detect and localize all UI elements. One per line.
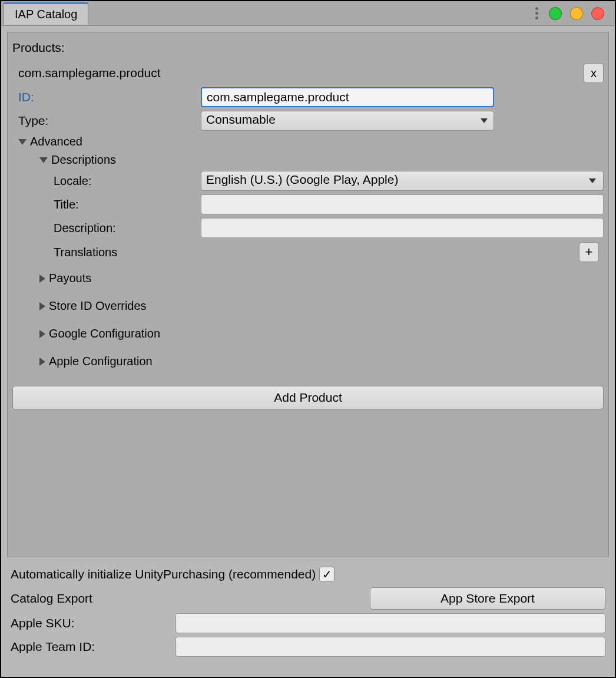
foldout-arrow-icon <box>39 274 45 283</box>
window-minimize-button[interactable] <box>549 7 562 20</box>
check-icon: ✓ <box>322 567 332 581</box>
remove-product-button[interactable]: x <box>584 63 604 83</box>
store-overrides-foldout[interactable]: Store ID Overrides <box>12 292 604 320</box>
window-close-button[interactable] <box>591 7 604 20</box>
description-input[interactable] <box>201 218 604 238</box>
title-row: Title: <box>12 193 604 216</box>
description-label: Description: <box>54 221 201 235</box>
type-label: Type: <box>18 114 201 128</box>
foldout-arrow-icon <box>39 330 45 338</box>
footer-panel: Automatically initialize UnityPurchasing… <box>7 557 609 661</box>
auto-init-row: Automatically initialize UnityPurchasing… <box>11 563 605 586</box>
google-config-foldout[interactable]: Google Configuration <box>12 320 604 348</box>
id-label: ID: <box>18 90 201 104</box>
title-bar: IAP Catalog <box>1 1 615 26</box>
product-row: com.samplegame.product x <box>12 61 604 85</box>
title-input[interactable] <box>201 194 604 214</box>
auto-init-label: Automatically initialize UnityPurchasing… <box>11 567 316 581</box>
payouts-foldout[interactable]: Payouts <box>12 264 604 292</box>
foldout-arrow-icon <box>39 358 45 366</box>
type-select[interactable]: Consumable <box>201 111 494 131</box>
locale-value: English (U.S.) (Google Play, Apple) <box>206 173 398 186</box>
products-header-row: Products: <box>12 37 604 58</box>
store-overrides-label: Store ID Overrides <box>49 299 147 313</box>
remove-icon: x <box>591 67 597 80</box>
content-area: Products: com.samplegame.product x ID: T… <box>1 26 615 677</box>
translations-row: Translations + <box>12 240 604 264</box>
apple-config-foldout[interactable]: Apple Configuration <box>12 348 604 375</box>
window-maximize-button[interactable] <box>570 7 583 20</box>
add-product-button[interactable]: Add Product <box>12 386 604 409</box>
advanced-label: Advanced <box>30 135 82 148</box>
apple-sku-row: Apple SKU: <box>11 611 605 635</box>
type-row: Type: Consumable <box>12 109 604 133</box>
descriptions-label: Descriptions <box>51 153 116 167</box>
tab-label: IAP Catalog <box>15 8 77 21</box>
add-product-label: Add Product <box>274 391 342 405</box>
locale-row: Locale: English (U.S.) (Google Play, App… <box>12 169 604 193</box>
auto-init-checkbox[interactable]: ✓ <box>319 567 335 582</box>
google-config-label: Google Configuration <box>49 327 160 340</box>
products-header: Products: <box>12 41 65 55</box>
apple-team-id-label: Apple Team ID: <box>11 640 175 654</box>
add-translation-button[interactable]: + <box>579 242 599 262</box>
title-label: Title: <box>54 198 201 211</box>
apple-team-id-input[interactable] <box>175 637 605 657</box>
apple-sku-input[interactable] <box>175 613 605 633</box>
apple-sku-label: Apple SKU: <box>11 616 175 630</box>
descriptions-foldout[interactable]: Descriptions <box>12 151 604 169</box>
id-row: ID: <box>12 85 604 109</box>
catalog-export-label: Catalog Export <box>11 591 175 606</box>
products-panel: Products: com.samplegame.product x ID: T… <box>7 32 609 557</box>
payouts-label: Payouts <box>49 272 91 285</box>
description-row: Description: <box>12 216 604 240</box>
foldout-arrow-icon <box>39 302 45 310</box>
catalog-export-row: Catalog Export App Store Export <box>11 586 605 611</box>
app-store-export-button[interactable]: App Store Export <box>370 587 605 610</box>
type-value: Consumable <box>206 113 276 126</box>
locale-select[interactable]: English (U.S.) (Google Play, Apple) <box>201 171 604 191</box>
apple-team-id-row: Apple Team ID: <box>11 635 605 659</box>
foldout-arrow-icon <box>39 157 48 163</box>
advanced-foldout[interactable]: Advanced <box>12 133 604 151</box>
kebab-menu-icon[interactable] <box>533 5 541 22</box>
id-input[interactable] <box>201 87 494 107</box>
locale-label: Locale: <box>54 174 201 188</box>
product-name: com.samplegame.product <box>18 66 161 80</box>
apple-config-label: Apple Configuration <box>49 355 153 368</box>
translations-label: Translations <box>54 246 117 259</box>
foldout-arrow-icon <box>18 139 27 145</box>
plus-icon: + <box>585 244 593 260</box>
tab-iap-catalog[interactable]: IAP Catalog <box>4 2 88 25</box>
app-store-export-label: App Store Export <box>441 591 535 606</box>
